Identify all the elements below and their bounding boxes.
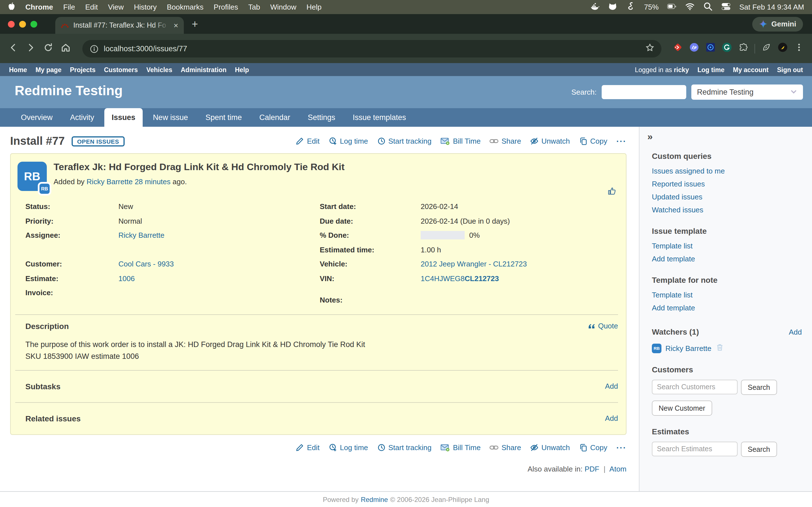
reload-icon[interactable] bbox=[43, 42, 54, 55]
query-updated-issues[interactable]: Updated issues bbox=[652, 192, 802, 202]
menubar-clock[interactable]: Sat Feb 14 9:34 AM bbox=[739, 3, 804, 11]
estimates-search-button[interactable]: Search bbox=[741, 442, 777, 457]
customers-search-button[interactable]: Search bbox=[741, 380, 777, 395]
edit-button-bottom[interactable]: Edit bbox=[296, 443, 320, 452]
battery-icon[interactable] bbox=[667, 1, 677, 13]
tab-close-icon[interactable]: × bbox=[174, 21, 178, 30]
menubar-item-bookmarks[interactable]: Bookmarks bbox=[167, 3, 204, 11]
bill-time-button[interactable]: Bill Time bbox=[441, 137, 480, 145]
extensions-puzzle-icon[interactable] bbox=[738, 42, 748, 55]
atom-link[interactable]: Atom bbox=[609, 464, 626, 473]
window-minimize-button[interactable] bbox=[19, 20, 26, 27]
menubar-item-history[interactable]: History bbox=[134, 3, 157, 11]
menubar-item-view[interactable]: View bbox=[108, 3, 124, 11]
customer-link[interactable]: Cool Cars - 9933 bbox=[118, 260, 174, 269]
author-link[interactable]: Ricky Barrette bbox=[87, 177, 133, 186]
menubar-item-chrome[interactable]: Chrome bbox=[26, 3, 53, 11]
apple-icon[interactable] bbox=[8, 2, 15, 12]
menubar-item-window[interactable]: Window bbox=[270, 3, 297, 11]
share-button[interactable]: Share bbox=[490, 137, 521, 145]
watchers-add-link[interactable]: Add bbox=[789, 328, 802, 336]
issue-template-add-link[interactable]: Add template bbox=[652, 254, 802, 264]
forward-icon[interactable] bbox=[26, 42, 36, 55]
address-bar[interactable]: localhost:3000/issues/77 bbox=[82, 40, 661, 57]
open-issues-badge[interactable]: OPEN ISSUES bbox=[71, 136, 124, 146]
query-watched-issues[interactable]: Watched issues bbox=[652, 205, 802, 215]
log-time-button[interactable]: Log time bbox=[329, 137, 368, 145]
extension-email-lock-icon[interactable] bbox=[705, 42, 716, 55]
topbar-administration[interactable]: Administration bbox=[181, 66, 226, 73]
start-tracking-button-bottom[interactable]: Start tracking bbox=[377, 443, 432, 452]
topbar-help[interactable]: Help bbox=[235, 66, 249, 73]
menubar-item-profiles[interactable]: Profiles bbox=[214, 3, 238, 11]
watcher-name-link[interactable]: Ricky Barrette bbox=[665, 344, 711, 353]
chrome-menu-kebab-icon[interactable] bbox=[794, 42, 804, 55]
topbar-projects[interactable]: Projects bbox=[70, 66, 96, 73]
subtasks-add-link[interactable]: Add bbox=[605, 382, 618, 390]
home-icon[interactable] bbox=[60, 42, 71, 55]
back-icon[interactable] bbox=[8, 42, 18, 55]
search-customers-input[interactable] bbox=[652, 380, 738, 394]
tab-activity[interactable]: Activity bbox=[63, 108, 102, 127]
snake-app-icon[interactable] bbox=[626, 1, 636, 13]
topbar-home[interactable]: Home bbox=[9, 66, 27, 73]
site-info-icon[interactable] bbox=[90, 43, 99, 54]
new-customer-button[interactable]: New Customer bbox=[652, 400, 712, 416]
docker-icon[interactable] bbox=[590, 1, 599, 13]
tab-new-issue[interactable]: New issue bbox=[146, 108, 195, 127]
topbar-log-time[interactable]: Log time bbox=[698, 66, 725, 73]
wifi-icon[interactable] bbox=[685, 1, 695, 13]
tab-calendar[interactable]: Calendar bbox=[252, 108, 298, 127]
control-center-icon[interactable] bbox=[721, 1, 731, 13]
vin-link[interactable]: 1C4HJWEG8CL212723 bbox=[421, 274, 499, 283]
topbar-my-page[interactable]: My page bbox=[36, 66, 61, 73]
note-template-list-link[interactable]: Template list bbox=[652, 290, 802, 300]
tab-spent-time[interactable]: Spent time bbox=[198, 108, 249, 127]
menubar-item-help[interactable]: Help bbox=[306, 3, 322, 11]
pdf-link[interactable]: PDF bbox=[585, 464, 599, 473]
bookmark-star-icon[interactable] bbox=[645, 43, 655, 54]
copy-button-bottom[interactable]: Copy bbox=[579, 443, 607, 452]
fox-app-icon[interactable] bbox=[608, 1, 617, 13]
vehicle-link[interactable]: 2012 Jeep Wrangler - CL212723 bbox=[421, 260, 527, 269]
related-issues-add-link[interactable]: Add bbox=[605, 414, 618, 422]
edit-button[interactable]: Edit bbox=[296, 137, 320, 145]
delete-watcher-icon[interactable] bbox=[715, 343, 724, 354]
issue-template-list-link[interactable]: Template list bbox=[652, 241, 802, 251]
search-estimates-input[interactable] bbox=[652, 442, 738, 456]
share-button-bottom[interactable]: Share bbox=[490, 443, 521, 452]
spotlight-search-icon[interactable] bbox=[703, 1, 713, 13]
note-template-add-link[interactable]: Add template bbox=[652, 303, 802, 313]
browser-tab[interactable]: Install #77: Teraflex Jk: Hd Fo × bbox=[55, 17, 184, 34]
added-time-link[interactable]: 28 minutes bbox=[135, 177, 170, 186]
topbar-my-account[interactable]: My account bbox=[733, 66, 769, 73]
profile-avatar[interactable] bbox=[777, 42, 788, 55]
extension-purple-icon[interactable] bbox=[689, 42, 699, 55]
topbar-sign-out[interactable]: Sign out bbox=[777, 66, 803, 73]
thumbs-up-icon[interactable] bbox=[607, 186, 617, 198]
quote-button[interactable]: Quote bbox=[587, 322, 618, 330]
query-issues-assigned-to-me[interactable]: Issues assigned to me bbox=[652, 166, 802, 176]
tab-issues[interactable]: Issues bbox=[104, 108, 143, 127]
more-actions-button[interactable]: ··· bbox=[616, 136, 626, 146]
battery-saver-icon[interactable] bbox=[761, 42, 771, 55]
start-tracking-button[interactable]: Start tracking bbox=[377, 137, 432, 145]
tab-settings[interactable]: Settings bbox=[300, 108, 343, 127]
bill-time-button-bottom[interactable]: Bill Time bbox=[441, 443, 480, 452]
grammarly-icon[interactable] bbox=[722, 42, 732, 55]
extension-red-icon[interactable] bbox=[673, 42, 683, 55]
topbar-vehicles[interactable]: Vehicles bbox=[146, 66, 172, 73]
menubar-item-edit[interactable]: Edit bbox=[85, 3, 98, 11]
menubar-item-tab[interactable]: Tab bbox=[248, 3, 260, 11]
query-reported-issues[interactable]: Reported issues bbox=[652, 179, 802, 189]
unwatch-button[interactable]: Unwatch bbox=[530, 137, 570, 145]
window-zoom-button[interactable] bbox=[31, 20, 37, 27]
sidebar-collapse-icon[interactable]: » bbox=[647, 131, 802, 143]
more-actions-button-bottom[interactable]: ··· bbox=[616, 443, 626, 452]
unwatch-button-bottom[interactable]: Unwatch bbox=[530, 443, 570, 452]
menubar-item-file[interactable]: File bbox=[63, 3, 75, 11]
window-close-button[interactable] bbox=[8, 20, 15, 27]
gemini-button[interactable]: Gemini bbox=[752, 17, 803, 31]
assignee-link[interactable]: Ricky Barrette bbox=[118, 231, 164, 240]
log-time-button-bottom[interactable]: Log time bbox=[329, 443, 368, 452]
